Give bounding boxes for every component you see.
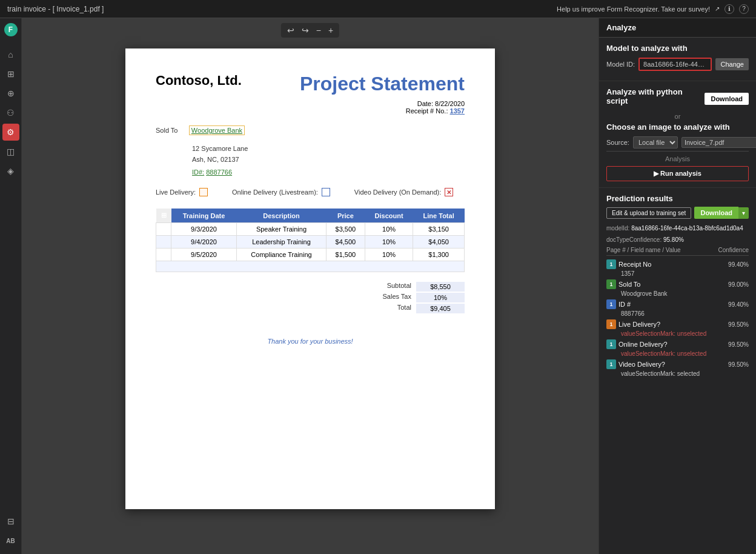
row3-desc: Compliance Training — [237, 249, 327, 261]
python-section-title: Analyze with python script — [606, 87, 705, 105]
row3-discount: 10% — [365, 249, 413, 261]
badge-video: 1 — [606, 359, 616, 369]
prediction-section: Prediction results Edit & upload to trai… — [599, 188, 756, 384]
download-main-button[interactable]: Download — [694, 207, 738, 219]
sold-to-label: Sold To — [156, 127, 178, 134]
download-split-button: Download ▾ — [694, 207, 749, 219]
field-value-id: 8887766 — [606, 310, 749, 317]
model-id-meta: modelId: 8aa16866-16fe-44ca-b13a-8bfc6ad… — [606, 224, 749, 233]
online-delivery-label: Online Delivery (Livestream): — [232, 189, 318, 196]
badge-live: 1 — [606, 319, 616, 329]
field-value-online: valueSelectionMark: unselected — [606, 350, 749, 357]
field-row-receipt: 1 Receipt No 99.40% 1357 — [606, 258, 749, 277]
live-delivery-item: Live Delivery: — [156, 188, 208, 196]
top-bar-right: Help us improve Form Recognizer. Take ou… — [557, 4, 749, 14]
download-arrow-button[interactable]: ▾ — [738, 207, 749, 219]
col-discount: Discount — [365, 209, 413, 223]
address-line1: 12 Sycamore Lane — [192, 144, 465, 155]
source-file-input[interactable] — [681, 137, 756, 148]
sidebar-icon-ab[interactable]: AB — [2, 532, 19, 549]
tax-label: Sales Tax — [368, 293, 416, 302]
top-bar: train invoice - [ Invoice_1.pdf ] Help u… — [0, 0, 756, 18]
field-table-header: Page # / Field name / Value Confidence — [606, 247, 749, 256]
doc-confidence-meta: docTypeConfidence: 95.80% — [606, 235, 749, 244]
field-col-name: Page # / Field name / Value — [606, 247, 681, 253]
tax-row: Sales Tax 10% — [368, 293, 465, 302]
field-row-soldto: 1 Sold To 99.00% Woodgrove Bank — [606, 278, 749, 297]
main-container: F ⌂ ⊞ ⊕ ⚇ ⚙ ◫ ◈ ⊟ AB ↩ ↪ − + Contoso, Lt… — [0, 18, 756, 554]
field-row-online: 1 Online Delivery? 99.50% valueSelection… — [606, 338, 749, 357]
field-name-id: ID # — [618, 301, 726, 308]
survey-text: Help us improve Form Recognizer. Take ou… — [557, 5, 710, 13]
row1-desc: Speaker Training — [237, 223, 327, 236]
model-id-label: Model ID: — [606, 61, 635, 68]
panel-header: Analyze — [599, 18, 756, 38]
choose-section-title: Choose an image to analyze with — [606, 122, 749, 132]
change-model-button[interactable]: Change — [715, 58, 749, 70]
row1-total: $3,150 — [413, 223, 465, 236]
row2-icon — [156, 236, 171, 249]
date-label: Date: — [417, 100, 433, 107]
sidebar-icon-label[interactable]: ⊕ — [2, 85, 19, 102]
sidebar-icon-layout[interactable]: ⊞ — [2, 65, 19, 82]
row1-icon — [156, 223, 171, 236]
table-row: 9/5/2020 Compliance Training $1,500 10% … — [156, 249, 465, 261]
sidebar-icon-pin[interactable]: ◈ — [2, 162, 19, 179]
subtotal-value: $8,550 — [416, 282, 465, 292]
sidebar-icon-table[interactable]: ⊟ — [2, 513, 19, 530]
sidebar-icon-person[interactable]: ⚇ — [2, 104, 19, 121]
run-analysis-button[interactable]: ▶ Run analysis — [606, 166, 749, 181]
field-row-id: 1 ID # 99.40% 8887766 — [606, 298, 749, 317]
field-name-receipt: Receipt No — [618, 261, 726, 268]
col-price: Price — [326, 209, 365, 223]
receipt-label: Receipt # No.: — [406, 107, 448, 115]
field-value-video: valueSelectionMark: selected — [606, 370, 749, 377]
badge-receipt: 1 — [606, 259, 616, 269]
badge-id: 1 — [606, 299, 616, 309]
edit-upload-button[interactable]: Edit & upload to training set — [606, 207, 691, 219]
online-delivery-checkbox — [322, 188, 330, 196]
doc-toolbar: ↩ ↪ − + — [281, 23, 339, 38]
id-value: 8887766 — [206, 169, 232, 176]
sold-to-row: Sold To Woodgrove Bank — [156, 127, 465, 134]
video-delivery-label: Video Delivery (On Demand): — [354, 189, 441, 196]
row1-discount: 10% — [365, 223, 413, 236]
python-section: Analyze with python script Download or C… — [599, 81, 756, 188]
address-line2: Ash, NC, 02137 — [192, 155, 465, 165]
total-value: $9,405 — [416, 304, 465, 313]
or-divider: or — [606, 113, 749, 120]
col-description: Description — [237, 209, 327, 223]
field-name-video: Video Delivery? — [618, 361, 726, 368]
left-sidebar: F ⌂ ⊞ ⊕ ⚇ ⚙ ◫ ◈ ⊟ AB — [0, 18, 22, 554]
doc-forward-btn[interactable]: ↪ — [299, 24, 311, 36]
app-logo: F — [4, 23, 18, 36]
source-select[interactable]: Local file URL — [633, 136, 678, 149]
info-icon[interactable]: ℹ — [724, 4, 734, 14]
document-page: Contoso, Ltd. Project Statement Date: 8/… — [125, 48, 495, 509]
python-download-button[interactable]: Download — [705, 93, 749, 105]
model-id-row: Model ID: 8aa16866-16fe-44ca-b13a-8bfc6a… — [606, 58, 749, 71]
doc-zoom-in-btn[interactable]: + — [326, 24, 336, 36]
sidebar-icon-document[interactable]: ◫ — [2, 143, 19, 160]
badge-soldto: 1 — [606, 279, 616, 289]
sidebar-icon-home[interactable]: ⌂ — [2, 46, 19, 63]
prediction-buttons: Edit & upload to training set Download ▾ — [606, 207, 749, 219]
invoice-address: 12 Sycamore Lane Ash, NC, 02137 — [192, 144, 465, 165]
analysis-label: Analysis — [606, 151, 749, 162]
doc-back-btn[interactable]: ↩ — [285, 24, 297, 36]
help-icon[interactable]: ? — [739, 4, 749, 14]
sidebar-icon-settings[interactable]: ⚙ — [2, 124, 19, 141]
receipt-value: 1357 — [450, 107, 465, 115]
field-conf-soldto: 99.00% — [728, 281, 749, 288]
row1-price: $3,500 — [326, 223, 365, 236]
source-label: Source: — [606, 139, 629, 146]
row2-desc: Leadership Training — [237, 236, 327, 249]
live-delivery-label: Live Delivery: — [156, 189, 196, 196]
invoice-footer: Thank you for your business! — [156, 338, 465, 345]
subtotal-label: Subtotal — [368, 282, 416, 292]
model-section-title: Model to analyze with — [606, 44, 749, 53]
invoice-header: Contoso, Ltd. Project Statement Date: 8/… — [156, 73, 465, 115]
online-delivery-item: Online Delivery (Livestream): — [232, 188, 330, 196]
doc-zoom-out-btn[interactable]: − — [314, 24, 323, 36]
sold-to-value: Woodgrove Bank — [189, 125, 245, 135]
